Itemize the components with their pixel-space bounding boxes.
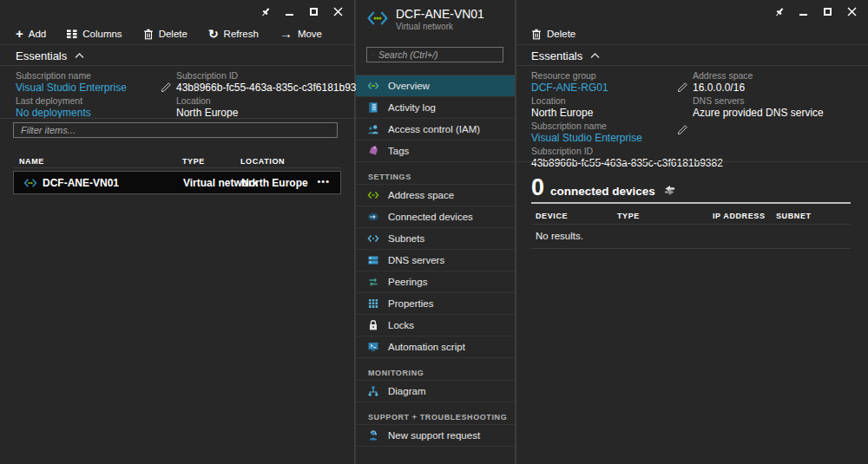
peerings-icon [367,276,379,288]
edit-pencil-icon[interactable] [161,82,172,93]
delete-button[interactable]: Delete [531,29,575,40]
connected-devices-count: 0 [531,174,544,201]
essentials-header[interactable]: Essentials [0,46,354,65]
overview-icon [367,80,379,92]
nav-label: Overview [388,81,430,91]
essentials-left-column: Subscription name Visual Studio Enterpri… [16,70,127,121]
lock-icon [367,319,379,331]
connected-devices-icon [662,185,677,196]
nav-label: Access control (IAM) [388,124,480,134]
subscription-id-value: 43b8966b-fc55-463a-835c-c3f6181b9382 [531,157,723,169]
vnet-menu-blade: DCF-ANE-VN01 Virtual network Overview Ac… [356,0,515,464]
column-header-subnet: SUBNET [776,212,812,220]
subscription-name-link[interactable]: Visual Studio Enterprise [16,82,127,94]
arrow-right-icon: → [279,29,293,39]
nav-label: DNS servers [388,255,444,265]
nav-item-tags[interactable]: Tags [356,141,515,162]
column-header-type[interactable]: TYPE [182,157,205,166]
nav-item-overview[interactable]: Overview [356,75,515,97]
blade-title: DCF-ANE-VN01 [396,7,484,22]
minimize-icon[interactable] [798,6,809,17]
search-input[interactable] [378,49,497,60]
pin-icon[interactable] [773,6,785,17]
location-value: North Europe [176,107,368,119]
delete-button[interactable]: Delete [143,29,187,40]
connected-devices-title: connected devices [550,185,655,198]
trash-icon [143,29,154,40]
connected-devices-summary: 0 connected devices [531,174,677,201]
edit-address-space-pencil-icon[interactable] [677,82,688,93]
filter-input[interactable] [13,122,338,138]
delete-label: Delete [547,29,575,39]
overview-content-blade: Delete Essentials Resource group DCF-ANE… [516,0,868,464]
close-icon[interactable] [332,6,344,17]
column-header-name[interactable]: NAME [19,157,44,166]
nav-item-dns-servers[interactable]: DNS servers [356,250,515,271]
subscription-id-label: Subscription ID [176,70,368,82]
blade-nav: Overview Activity log Access control (IA… [356,75,515,447]
nav-label: Diagram [388,386,425,396]
nav-item-access-control[interactable]: Access control (IAM) [356,119,515,141]
window-controls [773,6,858,17]
nav-item-properties[interactable]: Properties [356,293,515,315]
nav-label: Address space [388,190,454,200]
nav-item-new-support-request[interactable]: New support request [356,425,515,447]
blade-subtitle: Virtual network [396,22,484,32]
nav-item-subnets[interactable]: Subnets [356,228,515,250]
subscription-name-label: Subscription name [531,121,723,132]
menu-search [366,47,503,62]
nav-item-activity-log[interactable]: Activity log [356,97,515,119]
pin-icon[interactable] [260,6,271,17]
table-row-vnet[interactable]: DCF-ANE-VN01 Virtual network North Europ… [13,171,341,194]
subscription-id-value: 43b8966b-fc55-463a-835c-c3f6181b9382 [176,82,368,94]
properties-icon [367,297,379,310]
column-header-ip-address: IP ADDRESS [713,212,766,220]
chevron-up-icon [75,53,84,59]
nav-label: New support request [388,430,480,441]
refresh-label: Refresh [224,29,259,39]
nav-item-connected-devices[interactable]: Connected devices [356,206,515,228]
nav-item-locks[interactable]: Locks [356,315,515,337]
essentials-right-column: Address space 16.0.0.0/16 DNS servers Az… [693,70,824,121]
refresh-button[interactable]: ↻ Refresh [208,29,259,39]
dns-servers-icon [367,254,379,266]
diagram-icon [367,385,379,397]
delete-label: Delete [159,29,187,39]
column-header-device: DEVICE [536,212,568,220]
connected-devices-icon [367,211,379,223]
nav-item-diagram[interactable]: Diagram [356,381,515,402]
essentials-title: Essentials [16,49,67,62]
essentials-header[interactable]: Essentials [516,46,868,65]
refresh-icon: ↻ [208,29,219,39]
nav-item-peerings[interactable]: Peerings [356,271,515,293]
nav-label: Locks [388,320,414,330]
column-header-location[interactable]: LOCATION [240,157,285,166]
automation-script-icon [367,341,379,353]
empty-table-message: No results. [536,231,583,241]
columns-button[interactable]: Columns [67,29,122,39]
trash-icon [531,29,542,40]
nav-item-address-space[interactable]: Address space [356,185,515,206]
columns-icon [67,29,77,39]
column-header-type: TYPE [617,212,640,220]
close-icon[interactable] [846,6,858,17]
move-button[interactable]: → Move [279,29,322,39]
blade-header: DCF-ANE-VN01 Virtual network [366,7,484,32]
nav-label: Automation script [388,342,465,352]
tag-icon [367,145,379,157]
columns-label: Columns [82,29,122,39]
add-button[interactable]: + Add [16,29,46,39]
minimize-icon[interactable] [284,6,295,17]
maximize-icon[interactable] [822,6,833,17]
right-toolbar: Delete [516,23,868,44]
maximize-icon[interactable] [308,6,319,17]
subscription-name-link[interactable]: Visual Studio Enterprise [531,132,723,144]
plus-icon: + [16,29,23,39]
last-deployment-link[interactable]: No deployments [16,107,127,119]
nav-item-automation-script[interactable]: Automation script [356,337,515,358]
row-context-menu-button[interactable]: ••• [317,176,330,186]
subnets-icon [367,232,379,245]
support-request-icon [367,429,379,441]
dns-servers-label: DNS servers [693,95,824,107]
edit-subscription-pencil-icon[interactable] [677,124,688,135]
